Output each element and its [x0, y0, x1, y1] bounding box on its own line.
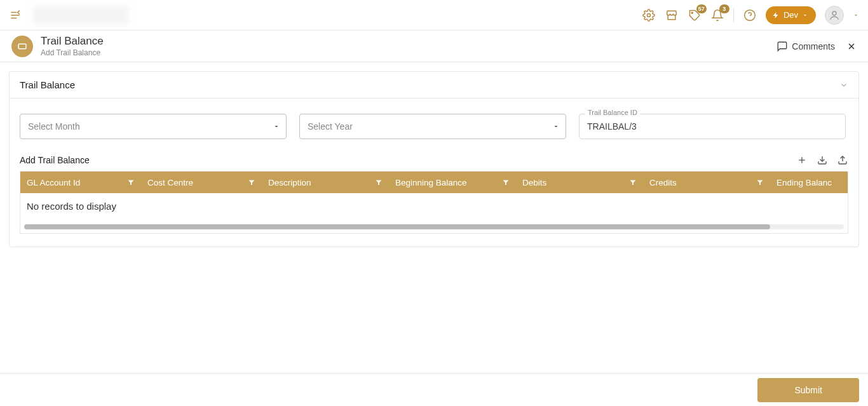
comments-label: Comments	[792, 41, 835, 51]
page-title: Trail Balance	[41, 35, 104, 48]
select-year-placeholder: Select Year	[308, 121, 353, 132]
add-row-button[interactable]	[796, 154, 808, 166]
col-label: Cost Centre	[147, 178, 193, 187]
close-button[interactable]	[846, 41, 857, 51]
select-month[interactable]: Select Month	[20, 114, 287, 139]
card-title: Trail Balance	[20, 79, 75, 90]
svg-point-5	[745, 10, 756, 20]
tag-badge: 57	[696, 4, 707, 13]
page-header-actions: Comments	[776, 41, 857, 52]
env-label: Dev	[783, 10, 798, 20]
grid-section-title: Add Trail Balance	[20, 155, 90, 165]
settings-icon[interactable]	[642, 8, 656, 22]
trail-balance-id-input	[579, 114, 846, 139]
chevron-down-icon	[552, 123, 560, 130]
page-header: Trail Balance Add Trail Balance Comments	[0, 30, 868, 62]
svg-point-3	[647, 13, 650, 17]
download-button[interactable]	[817, 154, 828, 166]
svg-rect-8	[18, 44, 26, 49]
col-gl-account[interactable]: GL Account Id	[20, 172, 141, 193]
topbar-left	[9, 6, 128, 24]
bell-icon[interactable]: 3	[710, 8, 724, 22]
avatar[interactable]	[825, 6, 844, 25]
brand-logo	[33, 6, 128, 24]
filter-icon[interactable]	[629, 179, 637, 186]
topbar-right: 57 3 Dev	[642, 6, 859, 25]
svg-point-7	[832, 11, 836, 15]
bell-badge: 3	[719, 4, 729, 13]
col-debits[interactable]: Debits	[516, 172, 643, 193]
col-label: Description	[268, 178, 311, 187]
select-month-placeholder: Select Month	[28, 121, 80, 132]
data-grid: GL Account Id Cost Centre Description Be…	[20, 171, 848, 234]
card-body: Select Month Select Year Trail Balance I…	[10, 98, 858, 247]
filter-icon[interactable]	[127, 179, 135, 186]
chevron-down-icon	[273, 123, 280, 130]
scrollbar-thumb[interactable]	[24, 224, 770, 229]
col-beginning-balance[interactable]: Beginning Balance	[389, 172, 516, 193]
grid-actions	[796, 154, 848, 166]
col-credits[interactable]: Credits	[643, 172, 770, 193]
col-cost-centre[interactable]: Cost Centre	[141, 172, 262, 193]
help-icon[interactable]	[743, 8, 757, 22]
comments-button[interactable]: Comments	[776, 41, 835, 52]
col-label: Ending Balanc	[776, 178, 832, 187]
trail-balance-id-label: Trail Balance ID	[585, 109, 640, 116]
page-icon	[11, 36, 33, 57]
grid-body: No records to display	[20, 193, 848, 222]
filter-row: Select Month Select Year Trail Balance I…	[20, 114, 848, 139]
divider	[733, 8, 734, 22]
filter-icon[interactable]	[248, 179, 255, 186]
store-icon[interactable]	[665, 8, 679, 22]
col-description[interactable]: Description	[262, 172, 389, 193]
col-label: Debits	[522, 178, 546, 187]
empty-message: No records to display	[27, 201, 841, 212]
select-year[interactable]: Select Year	[299, 114, 566, 139]
grid-section-header: Add Trail Balance	[20, 154, 848, 166]
card-trail-balance: Trail Balance Select Month Select Year	[9, 71, 859, 247]
horizontal-scrollbar[interactable]	[24, 224, 844, 229]
page-title-block: Trail Balance Add Trail Balance	[41, 35, 104, 57]
filter-icon[interactable]	[375, 179, 383, 186]
svg-point-4	[691, 12, 693, 13]
env-pill[interactable]: Dev	[766, 6, 816, 24]
card-header: Trail Balance	[10, 72, 858, 98]
filter-icon[interactable]	[502, 179, 510, 186]
col-ending-balance[interactable]: Ending Balanc	[770, 172, 846, 193]
submit-button[interactable]: Submit	[757, 378, 859, 402]
filter-icon[interactable]	[756, 179, 764, 186]
col-label: Beginning Balance	[395, 178, 467, 187]
col-label: GL Account Id	[27, 178, 80, 187]
grid-header-row: GL Account Id Cost Centre Description Be…	[20, 172, 848, 193]
collapse-icon[interactable]	[839, 81, 848, 90]
tag-icon[interactable]: 57	[688, 8, 702, 22]
footer: Submit	[0, 373, 868, 406]
topbar: 57 3 Dev	[0, 0, 868, 30]
upload-button[interactable]	[837, 154, 848, 166]
trail-balance-id-field: Trail Balance ID	[579, 114, 846, 139]
page-subtitle: Add Trail Balance	[41, 48, 104, 57]
avatar-menu-icon[interactable]	[853, 12, 859, 18]
menu-toggle-icon[interactable]	[9, 9, 22, 22]
col-label: Credits	[649, 178, 677, 187]
